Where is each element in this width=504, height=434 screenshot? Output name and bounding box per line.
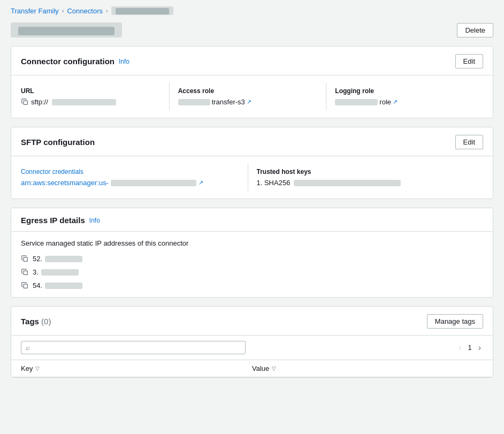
ip-3-copy-icon[interactable] xyxy=(21,282,28,290)
egress-ip-header: Egress IP details Info xyxy=(11,208,493,232)
key-sort-icon[interactable]: ▽ xyxy=(35,366,40,371)
breadcrumb: Transfer Family › Connectors › xyxy=(11,6,493,15)
egress-ip-body: Service managed static IP addresses of t… xyxy=(11,232,493,297)
tags-count: (0) xyxy=(41,317,51,326)
pagination-next-button[interactable]: › xyxy=(476,343,483,353)
ip-3-value: 54. xyxy=(33,281,82,290)
url-label: URL xyxy=(21,87,161,95)
svg-rect-1 xyxy=(24,257,27,261)
tags-card: Tags (0) Manage tags ⌕ ‹ 1 › Key ▽ Value xyxy=(11,306,493,378)
tags-pagination: ‹ 1 › xyxy=(456,343,483,353)
logging-role-external-icon: ↗ xyxy=(393,98,398,105)
search-icon: ⌕ xyxy=(26,344,30,352)
sftp-config-edit-button[interactable]: Edit xyxy=(455,135,483,149)
connector-config-card: Connector configuration Info Edit URL xyxy=(11,46,493,118)
connector-config-body: URL sftp:// Access role xyxy=(11,75,493,118)
pagination-prev-button[interactable]: ‹ xyxy=(456,343,463,353)
connector-config-fields: URL sftp:// Access role xyxy=(21,83,483,110)
svg-rect-2 xyxy=(24,271,27,275)
trusted-keys-value: 1. SHA256 xyxy=(257,179,475,187)
tags-header: Tags (0) Manage tags xyxy=(11,307,493,336)
tags-search-box: ⌕ xyxy=(21,341,246,354)
connector-credentials-label: Connector credentials xyxy=(21,168,239,176)
ip-row-1: 52. xyxy=(21,255,483,263)
breadcrumb-chevron-1: › xyxy=(62,7,64,14)
connector-config-header: Connector configuration Info Edit xyxy=(11,47,493,75)
tags-columns-row: Key ▽ Value ▽ xyxy=(11,360,493,377)
delete-button[interactable]: Delete xyxy=(457,23,493,37)
breadcrumb-transfer-family[interactable]: Transfer Family xyxy=(11,7,59,15)
url-copy-icon[interactable] xyxy=(21,98,28,106)
trusted-keys-field: Trusted host keys 1. SHA256 xyxy=(248,164,484,191)
connector-config-title: Connector configuration Info xyxy=(21,57,129,66)
sftp-config-body: Connector credentials arn:aws:secretsman… xyxy=(11,156,493,199)
logging-role-field: Logging role role ↗ xyxy=(326,83,483,110)
ip-row-2: 3. xyxy=(21,268,483,276)
logging-role-link[interactable]: role ↗ xyxy=(335,98,398,106)
page-header: Delete xyxy=(11,22,493,37)
breadcrumb-connectors[interactable]: Connectors xyxy=(67,7,102,15)
url-field: URL sftp:// xyxy=(21,83,170,110)
ip-2-copy-icon[interactable] xyxy=(21,269,28,276)
svg-rect-3 xyxy=(24,284,27,288)
svg-rect-0 xyxy=(24,101,27,104)
connector-config-info[interactable]: Info xyxy=(119,58,129,65)
access-role-external-icon: ↗ xyxy=(247,98,251,105)
connector-credentials-value: arn:aws:secretsmanager:us- ↗ xyxy=(21,179,239,187)
ip-1-copy-icon[interactable] xyxy=(21,255,28,263)
access-role-field: Access role transfer-s3 ↗ xyxy=(170,83,327,110)
sftp-config-header: SFTP configuration Edit xyxy=(11,127,493,156)
tags-key-column: Key ▽ xyxy=(21,364,252,372)
breadcrumb-current-id xyxy=(111,6,173,15)
access-role-label: Access role xyxy=(178,87,318,95)
connector-credentials-field: Connector credentials arn:aws:secretsman… xyxy=(21,164,248,191)
logging-role-value: role ↗ xyxy=(335,98,475,106)
tags-search-input[interactable] xyxy=(33,344,241,352)
ip-2-value: 3. xyxy=(33,268,79,276)
pagination-page: 1 xyxy=(468,344,471,352)
access-role-value: transfer-s3 ↗ xyxy=(178,98,318,106)
value-sort-icon[interactable]: ▽ xyxy=(272,366,276,371)
ip-1-value: 52. xyxy=(33,255,82,263)
manage-tags-button[interactable]: Manage tags xyxy=(427,314,483,329)
egress-ip-card: Egress IP details Info Service managed s… xyxy=(11,208,493,298)
egress-ip-title: Egress IP details Info xyxy=(21,216,100,225)
logging-role-label: Logging role xyxy=(335,87,475,95)
sftp-fields: Connector credentials arn:aws:secretsman… xyxy=(21,164,483,191)
egress-ip-description: Service managed static IP addresses of t… xyxy=(21,239,483,247)
tags-search-row: ⌕ ‹ 1 › xyxy=(11,336,493,360)
credentials-link[interactable]: arn:aws:secretsmanager:us- ↗ xyxy=(21,179,203,187)
ip-row-3: 54. xyxy=(21,281,483,290)
credentials-external-icon: ↗ xyxy=(198,179,203,186)
url-value: sftp:// xyxy=(21,98,161,106)
sftp-config-title: SFTP configuration xyxy=(21,138,95,147)
tags-title: Tags (0) xyxy=(21,317,51,326)
trusted-keys-label: Trusted host keys xyxy=(257,168,475,176)
sftp-config-card: SFTP configuration Edit Connector creden… xyxy=(11,127,493,199)
egress-ip-info[interactable]: Info xyxy=(89,217,100,224)
access-role-link[interactable]: transfer-s3 ↗ xyxy=(178,98,251,106)
page-title xyxy=(11,22,122,37)
breadcrumb-chevron-2: › xyxy=(106,7,108,14)
url-text: sftp:// xyxy=(31,98,48,106)
tags-value-column: Value ▽ xyxy=(252,364,483,372)
connector-config-edit-button[interactable]: Edit xyxy=(455,54,483,68)
